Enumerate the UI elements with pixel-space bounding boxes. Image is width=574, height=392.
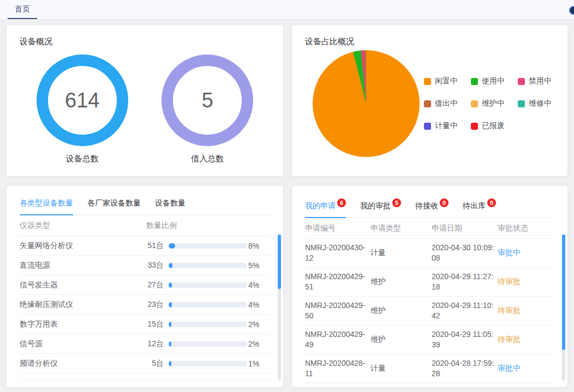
legend-label: 使用中: [482, 76, 505, 86]
cell-application-type: 计量: [370, 364, 432, 373]
notification-badge: 5: [392, 198, 401, 207]
type-tab-1[interactable]: 各厂家设备数量: [87, 196, 141, 215]
cell-instrument-type: 信号发生器: [20, 280, 146, 290]
progress-fill: [169, 282, 172, 288]
legend-swatch-icon: [424, 100, 431, 107]
card-applications: 我的申请6我的审批5待接收0待出库0 申请编号申请类型申请日期审批状态 NMRJ…: [292, 186, 567, 387]
table-row: NMRJ-20200429-49维护2020-04-29 11:05:39待审批: [305, 325, 554, 354]
topbar: 首页: [0, 0, 574, 20]
cell-instrument-type: 直流电源: [20, 261, 146, 270]
scrollbar-thumb[interactable]: [562, 234, 565, 350]
cell-count: 12台: [146, 339, 164, 349]
type-tab-0[interactable]: 各类型设备数量: [20, 196, 73, 215]
cell-application-date: 2020-04-29 11:27:18: [432, 272, 498, 292]
column-header-0: 申请编号: [305, 223, 370, 233]
cell-instrument-type: 矢量网络分析仪: [20, 241, 146, 251]
type-table-body: 矢量网络分析仪51台8%直流电源33台5%信号发生器27台4%绝缘耐压测试仪23…: [20, 236, 270, 381]
legend-item-1[interactable]: 使用中: [471, 76, 518, 86]
cell-application-id: NMRJ-20200429-49: [305, 329, 370, 350]
cell-percent: 1%: [248, 359, 259, 368]
legend-item-2[interactable]: 禁用中: [518, 76, 565, 86]
cell-application-id: NMRJ-20200429-50: [305, 300, 370, 321]
progress-track: [169, 361, 247, 366]
tab-label: 我的申请: [305, 201, 336, 210]
table-row: 矢量网络分析仪51台8%: [20, 236, 270, 256]
cell-application-date: 2020-04-28 17:59:28: [432, 358, 498, 379]
donut-stats: 614设备总数5借入总数: [20, 55, 270, 164]
table-row: NMRJ-20200430-12计量2020-04-30 10:09:08审批中: [305, 239, 554, 268]
cell-application-type: 维护: [370, 335, 432, 345]
progress-track: [169, 322, 247, 327]
legend-item-7[interactable]: 已报废: [471, 121, 518, 131]
cell-application-type: 维护: [370, 306, 432, 316]
progress-track: [169, 341, 247, 347]
donut-stat: 5借入总数: [162, 55, 253, 164]
cell-percent: 8%: [248, 242, 259, 250]
cell-percent: 4%: [248, 300, 259, 309]
apply-tabbar: 我的申请6我的审批5待接收0待出库0: [305, 196, 554, 218]
donut-ring: 614: [37, 55, 128, 146]
pie-chart[interactable]: [313, 50, 420, 157]
progress-track: [169, 243, 247, 249]
tab-home[interactable]: 首页: [8, 0, 37, 19]
legend-swatch-icon: [424, 123, 431, 130]
cell-approval-status: 审批中: [498, 248, 554, 258]
card-type-counts: 各类型设备数量各厂家设备数量设备数量 仪器类型数量比例 矢量网络分析仪51台8%…: [7, 186, 283, 387]
tab-label: 待出库: [463, 201, 486, 210]
apply-table-body: NMRJ-20200430-12计量2020-04-30 10:09:08审批中…: [305, 239, 554, 383]
table-row: 信号源12台2%: [20, 334, 270, 354]
cell-instrument-type: 频谱分析仪: [20, 359, 146, 369]
scrollbar-thumb[interactable]: [278, 234, 281, 289]
progress-fill: [169, 341, 171, 347]
apply-tab-0[interactable]: 我的申请6: [305, 196, 346, 218]
cell-application-date: 2020-04-30 10:09:08: [432, 243, 498, 263]
column-header-instrument-type: 仪器类型: [20, 221, 146, 231]
type-tabbar: 各类型设备数量各厂家设备数量设备数量: [20, 196, 270, 215]
table-row: 频谱分析仪5台1%: [20, 354, 270, 373]
cell-approval-status: 审批中: [498, 364, 554, 373]
cell-approval-status: 待审批: [498, 335, 554, 345]
cell-count: 5台: [146, 359, 164, 369]
legend-label: 维修中: [529, 99, 552, 108]
notification-badge: 0: [440, 198, 449, 207]
cell-instrument-type: 信号源: [20, 339, 146, 349]
cell-percent: 2%: [248, 340, 259, 348]
tab-label: 我的审批: [360, 201, 391, 210]
donut-value: 614: [65, 89, 99, 112]
legend-label: 借出中: [435, 99, 458, 108]
cell-application-type: 计量: [370, 248, 432, 258]
pie-area: 闲置中使用中禁用中借出中维护中维修中计量中已报废: [305, 50, 554, 157]
legend-item-3[interactable]: 借出中: [424, 99, 471, 108]
apply-tab-2[interactable]: 待接收0: [415, 196, 449, 218]
legend-item-0[interactable]: 闲置中: [424, 76, 471, 86]
progress-fill: [169, 322, 171, 327]
cell-application-id: NMRJ-20200428-11: [305, 358, 370, 379]
scrollbar-track[interactable]: [278, 234, 281, 381]
cell-approval-status: 待审批: [498, 277, 554, 287]
legend-label: 维护中: [482, 99, 505, 108]
progress-fill: [169, 361, 171, 366]
tab-label: 待接收: [415, 201, 438, 210]
user-avatar-icon[interactable]: [569, 6, 574, 15]
type-tab-2[interactable]: 设备数量: [155, 196, 186, 215]
legend-swatch-icon: [471, 123, 478, 130]
progress-fill: [169, 243, 175, 249]
apply-table-header: 申请编号申请类型申请日期审批状态: [305, 218, 554, 239]
donut-value: 5: [202, 89, 213, 112]
legend-label: 已报废: [482, 121, 505, 131]
donut-label: 设备总数: [66, 154, 99, 164]
legend-swatch-icon: [518, 100, 525, 107]
legend-item-5[interactable]: 维修中: [518, 99, 565, 108]
column-header-1: 申请类型: [370, 224, 432, 233]
column-header-quantity-ratio: 数量比例: [146, 221, 177, 231]
apply-tab-1[interactable]: 我的审批5: [360, 196, 401, 218]
cell-percent: 5%: [248, 261, 259, 270]
legend-item-4[interactable]: 维护中: [471, 99, 518, 108]
card-title-equipment-ratio: 设备占比概况: [305, 37, 554, 47]
legend-swatch-icon: [424, 78, 431, 85]
legend-swatch-icon: [471, 78, 478, 85]
donut-label: 借入总数: [191, 154, 224, 164]
legend-item-6[interactable]: 计量中: [424, 121, 471, 131]
apply-tab-3[interactable]: 待出库0: [463, 196, 496, 218]
scrollbar-track[interactable]: [562, 234, 565, 381]
